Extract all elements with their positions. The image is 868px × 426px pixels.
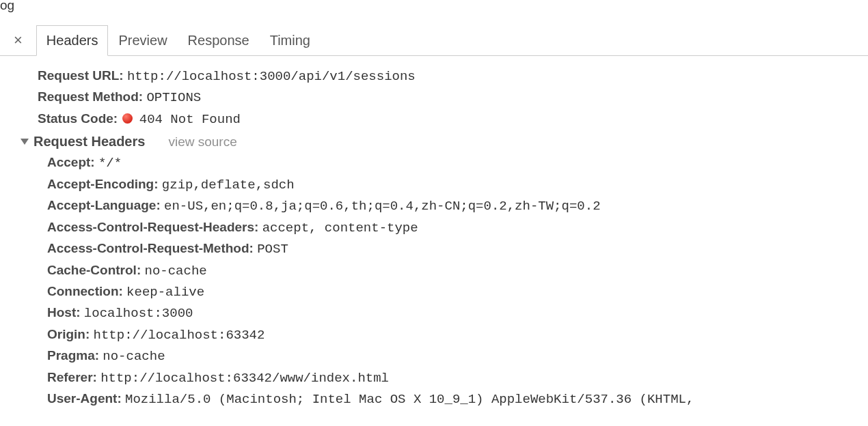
connection-label: Connection: <box>47 284 123 298</box>
close-icon[interactable]: × <box>10 29 29 52</box>
request-url-row: Request URL: http://localhost:3000/api/v… <box>38 66 868 87</box>
tabs-row: × Headers Preview Response Timing <box>0 25 868 56</box>
user-agent-row: User-Agent: Mozilla/5.0 (Macintosh; Inte… <box>47 388 868 410</box>
acr-method-row: Access-Control-Request-Method: POST <box>47 238 868 259</box>
acr-headers-label: Access-Control-Request-Headers: <box>47 220 258 234</box>
acr-headers-value: accept, content-type <box>262 221 418 236</box>
referer-value: http://localhost:63342/www/index.html <box>100 371 389 386</box>
status-dot-icon <box>122 113 133 124</box>
pragma-row: Pragma: no-cache <box>47 345 868 367</box>
origin-label: Origin: <box>47 327 90 341</box>
request-url-value: http://localhost:3000/api/v1/sessions <box>127 69 416 84</box>
host-value: localhost:3000 <box>84 306 193 321</box>
acr-headers-row: Access-Control-Request-Headers: accept, … <box>47 217 868 238</box>
status-code-label: Status Code: <box>38 111 118 126</box>
accept-value: */* <box>98 156 122 171</box>
connection-value: keep-alive <box>126 285 204 300</box>
cache-control-label: Cache-Control: <box>47 263 141 277</box>
accept-language-value: en-US,en;q=0.8,ja;q=0.6,th;q=0.4,zh-CN;q… <box>164 199 601 214</box>
truncated-text: og <box>0 0 14 13</box>
headers-content: Request URL: http://localhost:3000/api/v… <box>0 56 868 410</box>
referer-label: Referer: <box>47 370 97 384</box>
request-headers-section[interactable]: Request Headers view source <box>21 131 868 152</box>
accept-language-label: Accept-Language: <box>47 198 161 212</box>
request-headers-list: Accept: */* Accept-Encoding: gzip,deflat… <box>38 152 868 410</box>
status-code-value: 404 Not Found <box>139 112 241 127</box>
accept-encoding-label: Accept-Encoding: <box>47 177 159 191</box>
tab-response[interactable]: Response <box>178 25 260 56</box>
request-url-label: Request URL: <box>38 68 124 83</box>
origin-value: http://localhost:63342 <box>94 328 265 343</box>
accept-row: Accept: */* <box>47 152 868 173</box>
referer-row: Referer: http://localhost:63342/www/inde… <box>47 367 868 388</box>
accept-label: Accept: <box>47 155 95 169</box>
request-method-value: OPTIONS <box>146 90 201 105</box>
status-code-row: Status Code: 404 Not Found <box>38 109 868 130</box>
host-label: Host: <box>47 305 81 320</box>
connection-row: Connection: keep-alive <box>47 281 868 302</box>
user-agent-value: Mozilla/5.0 (Macintosh; Intel Mac OS X 1… <box>125 392 694 407</box>
origin-row: Origin: http://localhost:63342 <box>47 324 868 345</box>
tab-headers[interactable]: Headers <box>36 25 109 56</box>
request-method-row: Request Method: OPTIONS <box>38 87 868 108</box>
request-headers-title: Request Headers <box>33 131 145 152</box>
user-agent-label: User-Agent: <box>47 391 122 406</box>
cache-control-value: no-cache <box>145 264 207 279</box>
accept-language-row: Accept-Language: en-US,en;q=0.8,ja;q=0.6… <box>47 195 868 216</box>
view-source-link[interactable]: view source <box>168 132 236 152</box>
tab-preview[interactable]: Preview <box>108 25 177 56</box>
acr-method-value: POST <box>257 242 288 257</box>
accept-encoding-value: gzip,deflate,sdch <box>162 178 295 193</box>
accept-encoding-row: Accept-Encoding: gzip,deflate,sdch <box>47 174 868 195</box>
request-method-label: Request Method: <box>38 89 143 104</box>
pragma-label: Pragma: <box>47 348 99 363</box>
pragma-value: no-cache <box>103 349 165 364</box>
cache-control-row: Cache-Control: no-cache <box>47 260 868 281</box>
chevron-down-icon <box>21 139 29 145</box>
acr-method-label: Access-Control-Request-Method: <box>47 241 254 255</box>
tab-timing[interactable]: Timing <box>260 25 321 56</box>
host-row: Host: localhost:3000 <box>47 302 868 324</box>
